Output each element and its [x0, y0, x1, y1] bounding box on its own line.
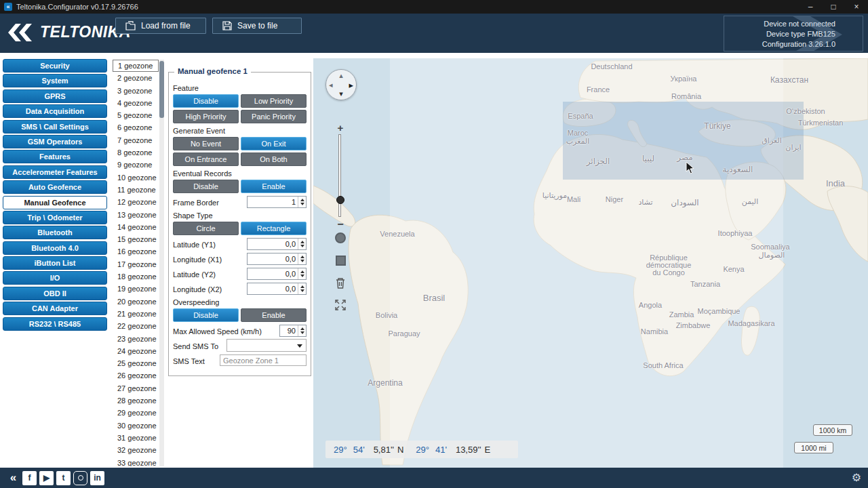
sidebar-item-system[interactable]: System — [3, 74, 107, 87]
geozone-item[interactable]: 14 geozone — [113, 221, 159, 233]
geozone-item[interactable]: 18 geozone — [113, 270, 159, 283]
sidebar-item-gprs[interactable]: GPRS — [3, 89, 107, 103]
send-sms-to-select[interactable] — [226, 339, 307, 352]
frame-border-spinner[interactable] — [298, 197, 306, 207]
circle-shape-button[interactable]: Circle — [173, 222, 239, 235]
geozone-item[interactable]: 8 geozone — [113, 146, 159, 159]
close-button[interactable]: × — [845, 0, 868, 14]
rectangle-tool-button[interactable] — [333, 253, 348, 268]
pan-down-icon[interactable]: ▾ — [339, 90, 343, 98]
geozone-item[interactable]: 3 geozone — [113, 85, 159, 97]
geozone-item[interactable]: 17 geozone — [113, 258, 159, 270]
minimize-button[interactable]: – — [799, 0, 822, 14]
overspeeding-disable-button[interactable]: Disable — [173, 308, 239, 322]
linkedin-icon[interactable]: in — [90, 471, 104, 485]
pan-left-icon[interactable]: ◂ — [329, 81, 333, 89]
map-pan-control[interactable]: ▴ ▾ ◂ ▸ — [326, 69, 357, 100]
geozone-item[interactable]: 19 geozone — [113, 283, 159, 295]
circle-tool-button[interactable] — [333, 230, 348, 245]
pan-right-icon[interactable]: ▸ — [349, 81, 353, 89]
pan-up-icon[interactable]: ▴ — [339, 72, 343, 79]
sidebar-item-auto-geofence[interactable]: Auto Geofence — [3, 180, 107, 194]
eventual-records-enable-button[interactable]: Enable — [241, 180, 307, 193]
longitude-x1-input[interactable]: 0,0 — [247, 253, 307, 265]
sidebar-item-security[interactable]: Security — [3, 59, 107, 73]
latitude-y1-input[interactable]: 0,0 — [247, 238, 307, 250]
geozone-item[interactable]: 11 geozone — [113, 184, 159, 196]
eventual-records-disable-button[interactable]: Disable — [173, 180, 239, 193]
geozone-item[interactable]: 13 geozone — [113, 209, 159, 221]
geozone-item[interactable]: 26 geozone — [113, 369, 159, 382]
map-canvas[interactable]: DeutschlandFranceEspañaУкраїнаRomâniaTür… — [313, 58, 868, 468]
feature-high-priority-button[interactable]: High Priority — [173, 110, 239, 123]
geozone-item[interactable]: 4 geozone — [113, 97, 159, 109]
geozone-item[interactable]: 9 geozone — [113, 159, 159, 171]
zoom-out-button[interactable]: − — [335, 218, 346, 230]
overspeeding-enable-button[interactable]: Enable — [241, 308, 307, 322]
latitude-y2-spinner[interactable] — [298, 268, 306, 279]
geozone-item[interactable]: 30 geozone — [113, 420, 159, 432]
sidebar-item-rs232-rs485[interactable]: RS232 \ RS485 — [3, 317, 107, 331]
facebook-icon[interactable]: f — [22, 471, 37, 485]
sidebar-item-can-adapter[interactable]: CAN Adapter — [3, 302, 107, 315]
geozone-item[interactable]: 1 geozone — [113, 60, 159, 72]
maximize-button[interactable]: □ — [822, 0, 845, 14]
longitude-x2-spinner[interactable] — [298, 283, 306, 294]
on-entrance-button[interactable]: On Entrance — [173, 152, 239, 166]
sidebar-item-data-acquisition[interactable]: Data Acquisition — [3, 104, 107, 118]
sidebar-item-obd-ii[interactable]: OBD II — [3, 287, 107, 300]
geozone-item[interactable]: 15 geozone — [113, 233, 159, 245]
zoom-slider-thumb[interactable] — [336, 196, 344, 204]
geozone-item[interactable]: 6 geozone — [113, 121, 159, 134]
longitude-x1-spinner[interactable] — [298, 253, 306, 264]
sidebar-item-ibutton-list[interactable]: iButton List — [3, 256, 107, 270]
geozone-item[interactable]: 10 geozone — [113, 171, 159, 184]
on-both-button[interactable]: On Both — [241, 152, 307, 166]
sidebar-item-gsm-operators[interactable]: GSM Operators — [3, 135, 107, 148]
rectangle-shape-button[interactable]: Rectangle — [241, 222, 307, 235]
sidebar-item-sms-call-settings[interactable]: SMS \ Call Settings — [3, 120, 107, 134]
sidebar-item-manual-geofence[interactable]: Manual Geofence — [3, 196, 107, 209]
geozone-item[interactable]: 25 geozone — [113, 357, 159, 369]
geozone-scrollbar-thumb[interactable] — [159, 61, 164, 118]
latitude-y2-input[interactable]: 0,0 — [247, 268, 307, 280]
instagram-icon[interactable] — [73, 471, 87, 485]
geozone-item[interactable]: 32 geozone — [113, 444, 159, 456]
geozone-item[interactable]: 24 geozone — [113, 345, 159, 357]
geozone-item[interactable]: 7 geozone — [113, 134, 159, 146]
sidebar-item-trip-odometer[interactable]: Trip \ Odometer — [3, 211, 107, 224]
zoom-in-button[interactable]: + — [335, 122, 346, 134]
gear-icon[interactable]: ⚙ — [852, 471, 861, 484]
geozone-item[interactable]: 29 geozone — [113, 407, 159, 419]
sidebar-item-features[interactable]: Features — [3, 150, 107, 163]
geozone-item[interactable]: 12 geozone — [113, 196, 159, 208]
geozone-scrollbar[interactable] — [159, 60, 164, 466]
frame-border-input[interactable]: 1 — [247, 196, 307, 208]
geozone-item[interactable]: 33 geozone — [113, 457, 159, 467]
sidebar-item-i-o[interactable]: I/O — [3, 271, 107, 285]
geozone-item[interactable]: 5 geozone — [113, 109, 159, 121]
geozone-item[interactable]: 22 geozone — [113, 320, 159, 332]
geozone-item[interactable]: 23 geozone — [113, 333, 159, 345]
sidebar-item-bluetooth-4-0[interactable]: Bluetooth 4.0 — [3, 241, 107, 255]
load-from-file-button[interactable]: Load from file — [115, 18, 206, 34]
sms-text-input[interactable] — [220, 354, 307, 366]
on-exit-button[interactable]: On Exit — [241, 137, 307, 150]
feature-disable-button[interactable]: Disable — [173, 94, 239, 108]
geozone-item[interactable]: 2 geozone — [113, 72, 159, 84]
sidebar-item-bluetooth[interactable]: Bluetooth — [3, 226, 107, 239]
geozone-item[interactable]: 27 geozone — [113, 382, 159, 394]
sidebar-item-accelerometer-features[interactable]: Accelerometer Features — [3, 165, 107, 179]
latitude-y1-spinner[interactable] — [298, 239, 306, 249]
youtube-icon[interactable]: ▶ — [39, 471, 54, 485]
feature-low-priority-button[interactable]: Low Priority — [241, 94, 307, 108]
teltonika-icon[interactable]: « — [5, 471, 20, 485]
fit-extent-button[interactable] — [333, 298, 348, 312]
max-allowed-speed-spinner[interactable] — [298, 325, 306, 336]
twitter-icon[interactable]: t — [56, 471, 71, 485]
longitude-x2-input[interactable]: 0,0 — [247, 283, 307, 295]
delete-shape-button[interactable] — [333, 275, 348, 290]
max-allowed-speed-input[interactable]: 90 — [279, 325, 307, 337]
geozone-item[interactable]: 21 geozone — [113, 308, 159, 320]
zoom-slider-track[interactable] — [338, 134, 341, 217]
